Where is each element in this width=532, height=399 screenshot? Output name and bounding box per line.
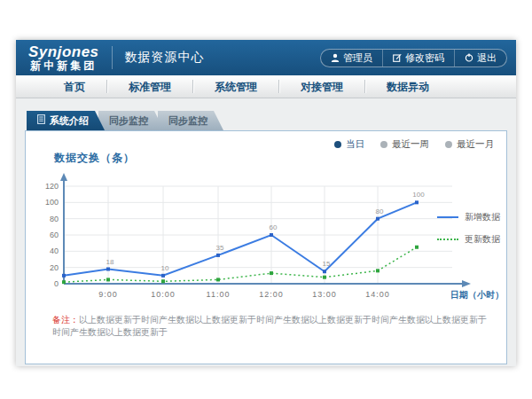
header-divider <box>112 46 113 69</box>
x-axis-title: 日期（小时） <box>450 290 504 300</box>
svg-text:9:00: 9:00 <box>98 290 118 299</box>
tab-sync-monitor-1[interactable]: 同步监控 <box>98 111 164 130</box>
range-option-last-month-label: 最近一月 <box>457 138 494 151</box>
legend-updated-data-label: 更新数据 <box>465 233 500 246</box>
app-window: Synjones 新中新集团 数据资源中心 管理员 修改密码 <box>16 40 516 366</box>
nav-item-data-change[interactable]: 数据异动 <box>365 75 450 98</box>
nav-item-home[interactable]: 首页 <box>43 75 106 98</box>
user-icon <box>331 53 340 62</box>
user-menu-logout-label: 退出 <box>477 51 497 65</box>
svg-text:11:00: 11:00 <box>207 290 231 299</box>
radio-dot-icon <box>334 141 341 148</box>
blue-line-swatch-icon <box>437 216 458 218</box>
svg-text:20: 20 <box>50 263 59 272</box>
svg-text:60: 60 <box>270 223 278 231</box>
nav-item-system-mgmt[interactable]: 系统管理 <box>193 75 278 98</box>
chart-y-axis-title: 数据交换（条） <box>54 151 135 166</box>
footer-note-text: 以上数据更新于时间产生数据以上数据更新于时间产生数据以上数据更新于时间产生数据以… <box>52 315 487 337</box>
chart-grid <box>64 186 452 284</box>
tab-system-intro[interactable]: 系统介绍 <box>27 111 105 130</box>
logo: Synjones 新中新集团 <box>28 44 99 71</box>
svg-text:100: 100 <box>45 198 59 207</box>
radio-dot-icon <box>445 141 452 148</box>
svg-text:14:00: 14:00 <box>365 290 390 299</box>
power-icon <box>465 53 473 62</box>
header: Synjones 新中新集团 数据资源中心 管理员 修改密码 <box>16 40 516 75</box>
svg-text:80: 80 <box>376 207 384 215</box>
legend-new-data-label: 新增数据 <box>465 211 500 223</box>
footer-note-label: 备注： <box>52 315 79 325</box>
user-menu-admin-label: 管理员 <box>343 51 372 65</box>
range-option-last-week[interactable]: 最近一周 <box>380 138 429 151</box>
chart-panel: 当日 最近一周 最近一月 数据交换（条） 0204060801001209:00… <box>25 130 507 364</box>
svg-text:60: 60 <box>50 231 59 239</box>
tab-bar: 系统介绍 同步监控 同步监控 <box>27 111 507 130</box>
svg-text:12:00: 12:00 <box>259 290 284 299</box>
tab-system-intro-label: 系统介绍 <box>50 111 89 130</box>
range-option-today[interactable]: 当日 <box>334 138 364 151</box>
content-area: 系统介绍 同步监控 同步监控 当日 最近一周 最近一月 数据交 <box>16 98 516 366</box>
legend-item-new-data: 新增数据 <box>437 211 500 223</box>
user-menu-change-password-label: 修改密码 <box>405 51 444 65</box>
document-icon <box>37 111 45 130</box>
svg-text:10: 10 <box>161 264 169 272</box>
logo-brand: Synjones <box>28 44 99 60</box>
logo-company: 新中新集团 <box>30 60 97 72</box>
series-new-data: 181035601580100 <box>62 191 425 278</box>
nav-item-standard-mgmt[interactable]: 标准管理 <box>107 75 192 98</box>
svg-text:10:00: 10:00 <box>151 290 176 299</box>
svg-text:13:00: 13:00 <box>312 290 337 299</box>
line-chart: 0204060801001209:0010:0011:0012:0013:001… <box>27 167 505 307</box>
svg-text:40: 40 <box>50 246 59 255</box>
footer-note: 备注：以上数据更新于时间产生数据以上数据更新于时间产生数据以上数据更新于时间产生… <box>52 314 489 339</box>
main-nav: 首页 标准管理 系统管理 对接管理 数据异动 <box>16 75 516 98</box>
svg-text:120: 120 <box>45 182 59 191</box>
svg-text:80: 80 <box>50 215 59 223</box>
user-menu-admin[interactable]: 管理员 <box>321 50 382 66</box>
chart-svg: 0204060801001209:0010:0011:0012:0013:001… <box>27 167 505 307</box>
page-title: 数据资源中心 <box>125 50 205 66</box>
svg-text:35: 35 <box>216 244 224 252</box>
green-dotted-swatch-icon <box>437 239 458 240</box>
range-option-today-label: 当日 <box>346 138 364 151</box>
range-selector: 当日 最近一周 最近一月 <box>334 138 494 151</box>
user-menu-change-password[interactable]: 修改密码 <box>382 50 454 66</box>
legend-item-updated-data: 更新数据 <box>437 233 500 246</box>
radio-dot-icon <box>380 141 387 148</box>
range-option-last-month[interactable]: 最近一月 <box>445 138 494 151</box>
x-axis-tick-labels: 9:0010:0011:0012:0013:0014:00 <box>98 290 390 299</box>
edit-icon <box>393 53 402 62</box>
tab-sync-monitor-2[interactable]: 同步监控 <box>158 111 223 130</box>
svg-text:100: 100 <box>412 191 425 199</box>
svg-text:0: 0 <box>54 279 59 288</box>
user-menu-logout[interactable]: 退出 <box>454 50 506 66</box>
user-menu: 管理员 修改密码 退出 <box>320 49 507 67</box>
svg-text:18: 18 <box>106 258 114 266</box>
svg-text:15: 15 <box>323 260 331 268</box>
chart-legend: 新增数据 更新数据 <box>437 211 500 246</box>
nav-item-interface-mgmt[interactable]: 对接管理 <box>279 75 364 98</box>
range-option-last-week-label: 最近一周 <box>392 138 429 151</box>
y-axis-tick-labels: 020406080100120 <box>45 182 59 288</box>
